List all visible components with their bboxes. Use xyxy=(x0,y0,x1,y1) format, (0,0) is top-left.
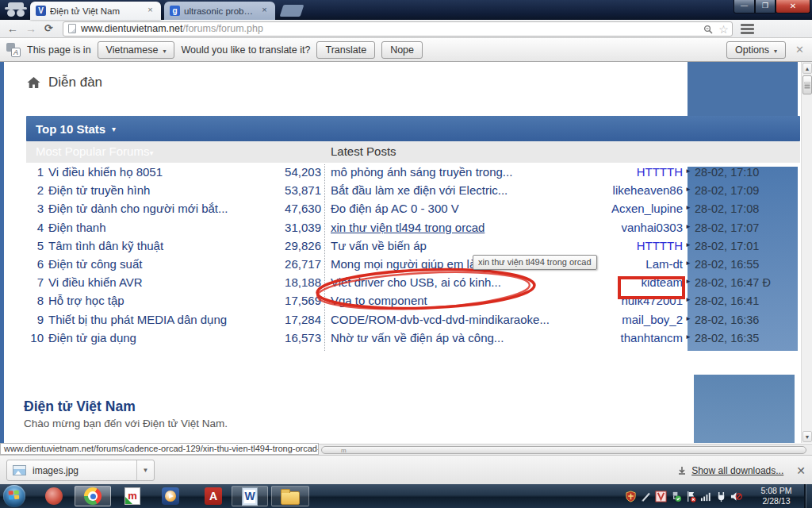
post-arrow-icon[interactable] xyxy=(685,315,691,322)
close-button[interactable]: ✕ xyxy=(776,0,810,13)
stylus-icon[interactable] xyxy=(640,491,652,502)
taskbar-explorer[interactable] xyxy=(271,486,309,506)
bookmark-star-icon[interactable]: ☆ xyxy=(718,23,729,36)
username-link[interactable]: mail_boy_2 xyxy=(502,313,683,326)
back-icon[interactable]: ← xyxy=(7,21,18,37)
language-dropdown[interactable]: Vietnamese xyxy=(98,41,175,59)
network-signal-icon[interactable] xyxy=(700,491,712,502)
power-plug-icon[interactable] xyxy=(715,491,727,502)
taskbar-app-mj[interactable] xyxy=(117,486,147,506)
system-tray xyxy=(625,484,742,508)
post-arrow-icon[interactable] xyxy=(685,167,691,175)
media-app-icon xyxy=(45,487,63,505)
post-count: 53,871 xyxy=(248,183,321,197)
taskbar-chrome[interactable] xyxy=(75,486,111,506)
taskbar-media-player[interactable] xyxy=(155,486,186,506)
post-arrow-icon[interactable] xyxy=(685,204,691,211)
scroll-down-icon[interactable]: ▼ xyxy=(802,431,812,442)
latest-post-link[interactable]: mô phỏng ánh sáng truyền trong... xyxy=(331,165,512,179)
home-icon[interactable] xyxy=(27,76,40,89)
row-rank: 4 xyxy=(26,221,44,234)
tab-close-icon[interactable]: × xyxy=(259,6,270,16)
forum-link[interactable]: Vi điều khiển họ 8051 xyxy=(48,165,163,179)
start-button[interactable] xyxy=(3,485,25,507)
forum-link[interactable]: Tâm tình dân kỹ thuật xyxy=(48,239,163,252)
username-link[interactable]: Acxen_lupine xyxy=(502,202,683,215)
reload-icon[interactable]: ⟳ xyxy=(44,21,53,37)
vertical-scrollbar[interactable]: ▲ ▼ xyxy=(801,62,812,443)
scrollbar-thumb[interactable] xyxy=(802,75,812,94)
forum-link[interactable]: Điện tử dành cho người mới bắt... xyxy=(48,202,228,215)
forum-link[interactable]: Điện thanh xyxy=(48,221,106,234)
new-tab-button[interactable] xyxy=(280,5,304,17)
site-title: Điện tử Việt Nam xyxy=(24,398,136,415)
tab-close-icon[interactable]: × xyxy=(145,6,155,16)
username-link[interactable]: HTTTTH xyxy=(502,165,683,179)
post-arrow-icon[interactable] xyxy=(685,223,691,230)
post-count: 16,573 xyxy=(248,331,321,344)
username-link[interactable]: vanhai0303 xyxy=(502,221,683,234)
maximize-button[interactable]: ❐ xyxy=(755,0,776,13)
taskbar-clock[interactable]: 5:08 PM 2/28/13 xyxy=(752,486,801,506)
breadcrumb-label[interactable]: Diễn đàn xyxy=(48,75,102,90)
action-center-flag-icon[interactable] xyxy=(685,491,697,502)
taskbar-app-media[interactable] xyxy=(40,486,68,506)
download-filename: images.jpg xyxy=(33,465,136,476)
forum-link[interactable]: Vi điều khiển AVR xyxy=(48,275,143,289)
post-arrow-icon[interactable] xyxy=(685,260,691,267)
usb-eject-icon[interactable] xyxy=(670,491,682,502)
forward-icon[interactable]: → xyxy=(25,21,36,37)
stats-title-bar[interactable]: Top 10 Stats xyxy=(26,116,800,141)
latest-post-link[interactable]: Tư vấn về biến áp xyxy=(331,239,427,252)
col-most-popular-forums[interactable]: Most Popular Forums xyxy=(36,144,153,158)
minimize-button[interactable]: — xyxy=(733,0,755,13)
horizontal-scrollbar[interactable]: m xyxy=(319,444,812,455)
table-row: 10 Điện tử gia dụng 16,573 Nhờ tư vấn về… xyxy=(26,330,800,348)
scroll-up-icon[interactable]: ▲ xyxy=(802,63,812,74)
taskbar-word[interactable] xyxy=(232,486,268,506)
downloads-bar-close-icon[interactable]: ✕ xyxy=(796,464,806,477)
latest-post-link[interactable]: Nhờ tư vấn về điện áp và công... xyxy=(331,331,504,344)
security-shield-icon[interactable] xyxy=(625,491,637,502)
latest-post-link[interactable]: Vga to component xyxy=(331,294,427,307)
latest-post-link[interactable]: xin thư viện tl494 trong orcad xyxy=(331,221,485,234)
username-link[interactable]: HTTTTH xyxy=(502,239,683,252)
latest-post-link[interactable]: Đo điện áp AC 0 - 300 V xyxy=(331,202,459,215)
speaker-muted-icon[interactable] xyxy=(730,491,742,502)
top10-stats-widget: Top 10 Stats Most Popular Forums Latest … xyxy=(26,116,800,163)
status-bar-url: www.dientuvietnam.net/forums/cadence-orc… xyxy=(0,443,319,455)
options-dropdown[interactable]: Options xyxy=(726,41,786,59)
infobar-close-icon[interactable]: ✕ xyxy=(795,44,804,56)
post-arrow-icon[interactable] xyxy=(685,241,691,248)
post-arrow-icon[interactable] xyxy=(685,278,691,285)
username-link[interactable]: likeheaven86 xyxy=(502,183,683,197)
row-rank: 6 xyxy=(26,257,44,271)
forum-link[interactable]: Hỗ trợ học tập xyxy=(48,294,124,307)
download-menu-icon[interactable]: ▼ xyxy=(136,460,154,480)
translate-button[interactable]: Translate xyxy=(316,41,375,59)
post-arrow-icon[interactable] xyxy=(685,333,691,341)
site-favicon-icon: V xyxy=(36,6,46,16)
forum-link[interactable]: Thiết bị thu phát MEDIA dân dụng xyxy=(48,313,227,326)
chrome-menu-icon[interactable] xyxy=(741,24,754,34)
tab-dientuvietnam[interactable]: V Điện tử Việt Nam × xyxy=(30,2,161,20)
forum-link[interactable]: Điện tử truyền hình xyxy=(48,183,150,197)
tab-ultrasonic-probe[interactable]: g ultrasonic probe - Tìm vớ × xyxy=(164,2,275,20)
taskbar-adobe-reader[interactable] xyxy=(198,486,228,506)
nope-button[interactable]: Nope xyxy=(381,41,423,59)
forum-link[interactable]: Điện tử công suất xyxy=(48,257,142,271)
zoom-icon[interactable] xyxy=(703,25,713,34)
show-all-downloads-link[interactable]: Show all downloads... xyxy=(691,465,783,476)
antivirus-v-icon[interactable] xyxy=(655,491,667,502)
post-arrow-icon[interactable] xyxy=(685,186,691,193)
post-arrow-icon[interactable] xyxy=(685,296,691,303)
latest-post-link[interactable]: Mong mọi người giúp em làm... xyxy=(331,257,496,271)
address-bar[interactable]: www.dientuvietnam.net/forums/forum.php ☆ xyxy=(63,21,733,37)
latest-post-link[interactable]: Bắt đầu làm xe điện với Electric... xyxy=(331,183,508,197)
download-item[interactable]: images.jpg ▼ xyxy=(6,460,155,481)
hscrollbar-thumb[interactable]: m xyxy=(321,446,806,454)
forum-link[interactable]: Điện tử gia dụng xyxy=(48,331,136,344)
latest-post-link[interactable]: Viết driver cho USB, ai có kinh... xyxy=(331,275,501,289)
show-desktop-button[interactable] xyxy=(804,484,812,508)
username-link[interactable]: thanhtancm xyxy=(502,331,683,344)
